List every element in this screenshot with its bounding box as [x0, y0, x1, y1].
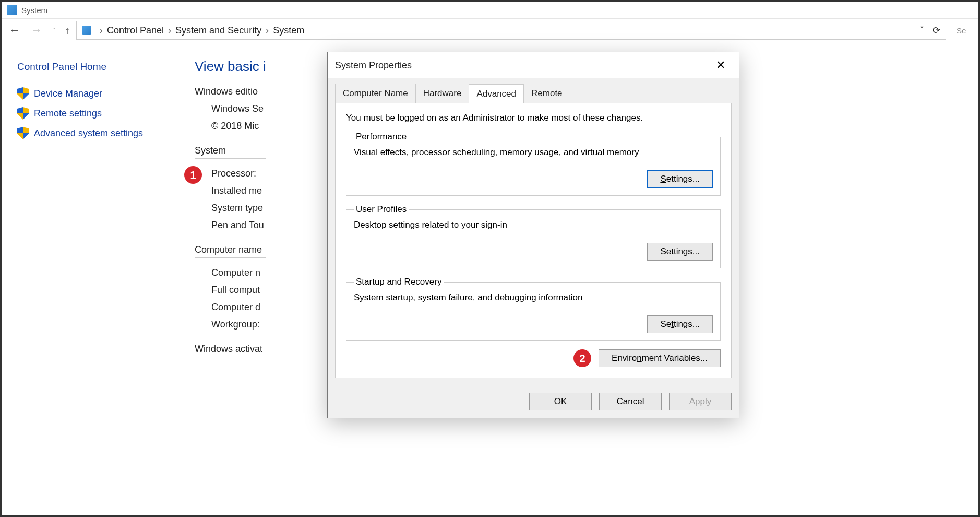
shield-icon — [17, 107, 29, 120]
breadcrumb-item[interactable]: System — [273, 25, 304, 36]
annotation-badge-2: 2 — [573, 349, 591, 367]
sidebar-item-device-manager[interactable]: Device Manager — [17, 87, 179, 100]
shield-icon — [17, 87, 29, 100]
compname-row: Computer n — [211, 267, 266, 278]
copyright-value: © 2018 Mic — [211, 121, 266, 132]
environment-variables-button[interactable]: Environment Variables... — [599, 349, 721, 367]
up-arrow-icon[interactable]: ↑ — [65, 25, 70, 37]
cancel-button[interactable]: Cancel — [599, 393, 662, 410]
compname-row: Full comput — [211, 285, 266, 296]
user-profiles-desc: Desktop settings related to your sign-in — [354, 220, 713, 230]
sidebar-item-advanced-system-settings[interactable]: Advanced system settings — [17, 127, 179, 139]
admin-note: You must be logged on as an Administrato… — [346, 113, 721, 123]
tab-computer-name[interactable]: Computer Name — [335, 84, 416, 103]
user-profiles-settings-button[interactable]: Settings... — [647, 243, 713, 261]
performance-settings-button[interactable]: Settings... — [647, 170, 713, 188]
compname-row: Computer d — [211, 302, 266, 313]
user-profiles-group: User Profiles Desktop settings related t… — [346, 204, 721, 268]
toolbar: ← → ˅ ↑ › Control Panel › System and Sec… — [2, 19, 978, 45]
system-row: Processor: — [211, 168, 266, 179]
windows-edition-label: Windows editio — [195, 86, 266, 97]
performance-legend: Performance — [354, 132, 409, 142]
forward-arrow-icon: → — [29, 24, 44, 37]
annotation-badge-1: 1 — [184, 166, 202, 184]
system-row: Pen and Tou — [211, 220, 266, 231]
dialog-title: System Properties — [335, 60, 412, 71]
close-icon[interactable]: ✕ — [710, 57, 732, 73]
window-title: System — [21, 6, 47, 15]
system-section-heading: System — [195, 145, 266, 159]
sidebar: Control Panel Home Device Manager Remote… — [2, 45, 184, 374]
system-icon — [82, 26, 91, 35]
dialog-tabs: Computer Name Hardware Advanced Remote — [335, 78, 732, 103]
refresh-icon[interactable]: ⟳ — [933, 25, 940, 36]
startup-recovery-group: Startup and Recovery System startup, sys… — [346, 277, 721, 341]
history-chevron-icon[interactable]: ˅ — [51, 27, 58, 34]
sidebar-item-remote-settings[interactable]: Remote settings — [17, 107, 179, 120]
breadcrumb[interactable]: › Control Panel › System and Security › … — [76, 21, 946, 40]
chevron-right-icon: › — [168, 25, 171, 36]
sidebar-item-label: Device Manager — [34, 88, 102, 99]
breadcrumb-item[interactable]: Control Panel — [107, 25, 164, 36]
system-properties-dialog: System Properties ✕ Computer Name Hardwa… — [327, 52, 739, 418]
dropdown-chevron-icon[interactable]: ˅ — [919, 25, 924, 36]
tab-hardware[interactable]: Hardware — [415, 84, 470, 103]
startup-recovery-legend: Startup and Recovery — [354, 277, 444, 287]
sidebar-item-label: Advanced system settings — [34, 128, 143, 139]
chevron-right-icon: › — [100, 25, 103, 36]
main-panel: View basic i Windows editio Windows Se ©… — [184, 45, 277, 374]
breadcrumb-item[interactable]: System and Security — [175, 25, 261, 36]
chevron-right-icon: › — [266, 25, 269, 36]
tab-remote[interactable]: Remote — [523, 84, 570, 103]
window-titlebar: System — [2, 2, 978, 19]
back-arrow-icon[interactable]: ← — [7, 24, 22, 37]
system-row: System type — [211, 203, 266, 214]
startup-recovery-desc: System startup, system failure, and debu… — [354, 292, 713, 303]
system-icon — [7, 5, 17, 15]
performance-group: Performance Visual effects, processor sc… — [346, 132, 721, 196]
dialog-titlebar: System Properties ✕ — [328, 52, 739, 78]
compname-row: Workgroup: — [211, 319, 266, 330]
computer-name-section-heading: Computer name — [195, 244, 266, 258]
search-input[interactable]: Se — [952, 26, 973, 35]
control-panel-home-link[interactable]: Control Panel Home — [17, 61, 179, 73]
tab-panel-advanced: You must be logged on as an Administrato… — [335, 103, 732, 378]
shield-icon — [17, 127, 29, 139]
sidebar-item-label: Remote settings — [34, 108, 102, 119]
activation-label: Windows activat — [195, 344, 266, 355]
dialog-footer: OK Cancel Apply — [328, 385, 739, 418]
performance-desc: Visual effects, processor scheduling, me… — [354, 147, 713, 158]
tab-advanced[interactable]: Advanced — [469, 84, 524, 103]
ok-button[interactable]: OK — [529, 393, 592, 410]
startup-recovery-settings-button[interactable]: Settings... — [647, 315, 713, 333]
apply-button[interactable]: Apply — [669, 393, 732, 410]
page-heading: View basic i — [195, 58, 266, 75]
user-profiles-legend: User Profiles — [354, 204, 409, 215]
edition-value: Windows Se — [211, 103, 266, 114]
system-row: Installed me — [211, 185, 266, 196]
